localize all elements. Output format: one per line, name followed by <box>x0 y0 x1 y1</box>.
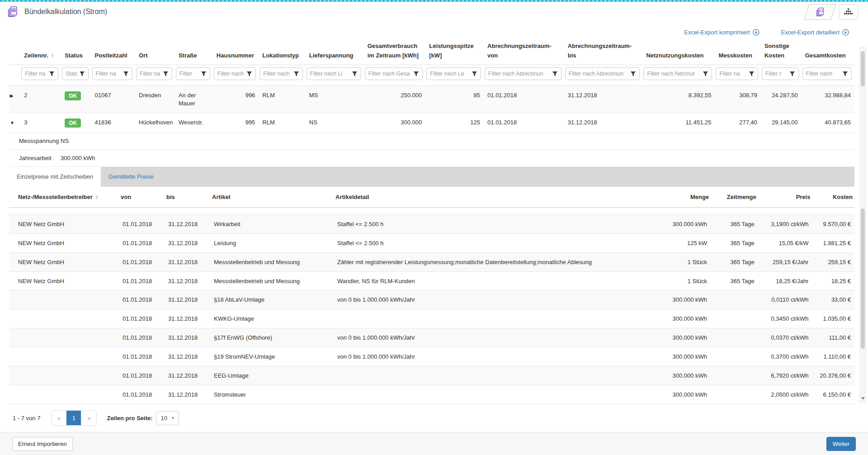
filter-icon[interactable] <box>163 71 169 77</box>
filter-netznutzungskosten-input[interactable] <box>647 71 701 77</box>
header-betreiber[interactable]: Netz-/Messstellenbetreiber↑ <box>9 187 119 208</box>
excel-export-detailliert-link[interactable]: Excel-Export detailliert <box>781 29 849 36</box>
filter-icon[interactable] <box>472 71 477 77</box>
chart-view-button[interactable] <box>839 4 858 20</box>
footer-bar: Erneut Importieren Weiter <box>0 432 868 455</box>
cell-kosten: 1.110,00 € <box>812 347 854 366</box>
cell-lieferspannung: NS <box>306 113 364 133</box>
filter-lokationstyp-input[interactable] <box>263 71 292 77</box>
header-ort[interactable]: Ort <box>135 39 175 65</box>
header-bis[interactable]: bis <box>165 187 210 208</box>
header-hausnummer[interactable]: Hausnummer <box>213 39 259 65</box>
header-artikel[interactable]: Artikel <box>210 187 334 208</box>
header-status[interactable]: Status <box>61 39 91 65</box>
price-row: 01.01.2018 31.12.2018 §18 AbLaV-Umlage v… <box>9 290 854 309</box>
filter-leistungsspitze-input[interactable] <box>430 71 470 77</box>
grid-filter-row <box>9 65 854 86</box>
filter-icon[interactable] <box>123 71 129 77</box>
header-strasse[interactable]: Straße <box>175 39 213 65</box>
excel-export-komprimiert-link[interactable]: Excel-Export komprimiert <box>684 29 759 36</box>
header-messkosten[interactable]: Messkosten <box>715 39 761 65</box>
header-postleitzahl[interactable]: Postleitzahl <box>91 39 136 65</box>
filter-icon[interactable] <box>842 71 848 77</box>
document-view-button[interactable] <box>804 4 836 20</box>
tab-gemittelte-preise[interactable]: Gemittelte Preise <box>101 167 161 187</box>
cell-lieferspannung: MS <box>306 86 364 113</box>
filter-postleitzahl-input[interactable] <box>96 71 122 77</box>
header-menge[interactable]: Menge <box>605 187 711 208</box>
collapse-row-icon[interactable]: ▼ <box>10 120 14 125</box>
price-row: 01.01.2018 31.12.2018 Stromsteuer 300.00… <box>9 385 854 404</box>
header-netznutzungskosten[interactable]: Netznutzungskosten <box>642 39 715 65</box>
filter-sonstige-kosten-input[interactable] <box>765 71 788 77</box>
filter-icon[interactable] <box>293 71 299 77</box>
header-sonstige-kosten[interactable]: Sonstige Kosten <box>761 39 802 65</box>
filter-icon[interactable] <box>703 71 708 77</box>
header-artikeldetail[interactable]: Artikeldetail <box>334 187 605 208</box>
cell-menge: 300.000 kWh <box>605 385 711 404</box>
filter-icon[interactable] <box>630 71 636 77</box>
header-lokationstyp[interactable]: Lokationstyp <box>259 39 305 65</box>
filter-icon[interactable] <box>749 71 755 77</box>
cell-leistungsspitze: 85 <box>425 86 484 113</box>
header-gesamtverbrauch[interactable]: Gesamtverbrauch im Zeitraum [kWh] <box>364 39 426 65</box>
header-preis[interactable]: Preis <box>758 187 812 208</box>
filter-icon[interactable] <box>79 71 85 77</box>
filter-strasse-input[interactable] <box>179 71 199 77</box>
filter-abrechnung-bis-input[interactable] <box>569 71 629 77</box>
filter-icon[interactable] <box>49 71 55 77</box>
filter-messkosten-input[interactable] <box>719 71 747 77</box>
cell-zeitmenge <box>711 290 758 309</box>
expand-row-icon[interactable]: ▶ <box>10 93 14 98</box>
header-von[interactable]: von <box>119 187 165 208</box>
filter-status-input[interactable] <box>66 71 77 77</box>
previous-page-button[interactable]: « <box>52 411 66 425</box>
filter-zeilennr-input[interactable] <box>25 71 47 77</box>
page-1-button[interactable]: 1 <box>66 411 81 425</box>
filter-hausnummer-input[interactable] <box>217 71 245 77</box>
header-abrechnungszeitraum-von[interactable]: Abrechnungszeitraum-von <box>484 39 564 65</box>
filter-icon[interactable] <box>413 71 419 77</box>
cell-artikeldetail: von 0 bis 1.000.000 kWh/Jahr <box>334 290 605 309</box>
filter-icon[interactable] <box>352 71 358 77</box>
tab-einzelpreise-mit-zeitscheiben[interactable]: Einzelpreise mit Zeitscheiben <box>9 167 101 187</box>
filter-ort-input[interactable] <box>140 71 161 77</box>
bundle-row-2[interactable]: ▶ 2 OK 01067 Dresden An der Mauer 996 RL… <box>9 86 854 113</box>
filter-gesamtkosten-input[interactable] <box>806 71 841 77</box>
cell-sonstige-kosten: 29.145,00 <box>761 113 802 133</box>
vertical-scrollbar[interactable] <box>859 47 866 403</box>
cell-kosten: 20.376,00 € <box>812 366 854 385</box>
header-leistungsspitze[interactable]: Leistungsspitze [kW] <box>425 39 484 65</box>
scrollbar-thumb[interactable] <box>861 51 865 86</box>
status-badge-cell: OK <box>61 86 91 113</box>
cell-ort: Dresden <box>135 86 175 113</box>
cell-bis: 31.12.2018 <box>165 252 210 271</box>
filter-hausnummer <box>214 67 256 80</box>
cell-artikel: Leistung <box>210 233 334 252</box>
filter-abrechnung-von-input[interactable] <box>488 71 551 77</box>
filter-icon[interactable] <box>789 71 795 77</box>
scroll-down-arrow-icon[interactable] <box>861 397 865 400</box>
header-lieferspannung[interactable]: Lieferspannung <box>306 39 364 65</box>
status-badge: OK <box>65 118 81 128</box>
bundle-row-3[interactable]: ▼ 3 OK 41836 Hückelhoven Weserstr. 995 R… <box>9 113 854 133</box>
next-page-button[interactable]: » <box>81 411 96 425</box>
header-gesamtkosten[interactable]: Gesamtkosten <box>802 39 854 65</box>
filter-lieferspannung-input[interactable] <box>310 71 350 77</box>
filter-icon[interactable] <box>201 71 207 77</box>
page-size-select[interactable]: 10 ▾ <box>156 411 179 425</box>
reimport-button[interactable]: Erneut Importieren <box>12 437 73 451</box>
header-zeitmenge[interactable]: Zeitmenge <box>711 187 758 208</box>
header-zeilennr[interactable]: Zeilennr.↑ <box>20 39 61 65</box>
cell-betreiber: NEW Netz GmbH <box>9 271 119 290</box>
header-abrechnungszeitraum-bis[interactable]: Abrechnungszeitraum-bis <box>564 39 643 65</box>
header-kosten[interactable]: Kosten <box>812 187 854 208</box>
filter-icon[interactable] <box>552 71 558 77</box>
cell-artikel: Stromsteuer <box>210 385 334 404</box>
scrollbar-thumb[interactable] <box>861 209 865 349</box>
weiter-button[interactable]: Weiter <box>826 437 856 451</box>
cell-bis: 31.12.2018 <box>165 233 210 252</box>
filter-gesamtverbrauch-input[interactable] <box>368 71 412 77</box>
filter-icon[interactable] <box>246 71 252 77</box>
filter-postleitzahl <box>92 67 133 80</box>
